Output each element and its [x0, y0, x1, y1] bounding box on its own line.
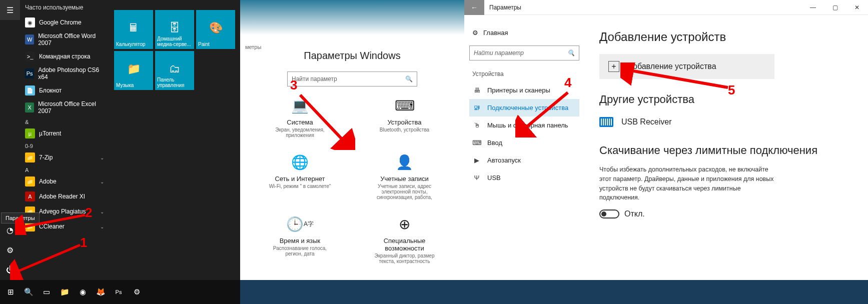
- taskbar-app-photoshop[interactable]: Ps: [110, 284, 127, 300]
- device-settings-main: Добавление устройств + Добавление устрой…: [589, 15, 868, 280]
- annotation-3: 3: [290, 78, 297, 93]
- search-placeholder: Найти параметр: [474, 50, 524, 56]
- sidebar-home[interactable]: ⚙Главная: [469, 25, 579, 40]
- taskbar-app-firefox[interactable]: 🦊: [92, 284, 109, 300]
- tile-music[interactable]: 📁Музыка: [114, 51, 153, 90]
- app-folder[interactable]: 📁7-Zip⌄: [20, 150, 109, 165]
- start-button[interactable]: ⊞: [2, 284, 19, 300]
- cat-title: Устройства: [372, 118, 437, 126]
- control-panel-icon: 🗂: [169, 62, 180, 76]
- annotation-2: 2: [85, 205, 92, 220]
- app-item[interactable]: >_Командная строка: [20, 49, 109, 64]
- settings-header-bg: [240, 0, 464, 35]
- plus-icon: +: [608, 61, 619, 72]
- calculator-icon: 🖩: [128, 22, 139, 34]
- start-tiles: 🖩Калькулятор 🗄Домашний медиа-серве... 🎨P…: [109, 0, 240, 280]
- app-item[interactable]: WMicrosoft Office Word 2007: [20, 30, 109, 49]
- tile-label: Калькулятор: [116, 42, 151, 47]
- app-folder[interactable]: 📁Adobe⌄: [20, 174, 109, 189]
- metered-description: Чтобы избежать дополнительных расходов, …: [599, 165, 779, 202]
- annotation-4: 4: [564, 75, 571, 90]
- letter-divider: &: [20, 117, 109, 126]
- annotation-arrow-5: [620, 62, 735, 92]
- heading-other-devices: Другие устройства: [599, 93, 848, 106]
- device-settings-sidebar: ⚙Главная Найти параметр🔍 Устройства 🖶При…: [464, 15, 589, 280]
- category-accounts[interactable]: 👤Учетные записиУчетные записи, адрес эле…: [372, 153, 437, 200]
- category-devices[interactable]: ⌨УстройстваBluetooth, устройства: [372, 96, 437, 138]
- search-icon[interactable]: 🔍: [20, 284, 37, 300]
- start-app-list: Часто используемые ◉Google Chrome WMicro…: [20, 0, 109, 280]
- task-view-icon[interactable]: ▭: [38, 284, 55, 300]
- hamburger-button[interactable]: ☰: [0, 0, 20, 20]
- settings-breadcrumb-fragment: метры: [245, 44, 261, 50]
- sidebar-search-input[interactable]: Найти параметр🔍: [469, 46, 579, 60]
- app-label: Командная строка: [39, 53, 90, 60]
- search-placeholder: Найти параметр: [292, 76, 337, 82]
- taskbar-app-settings[interactable]: ⚙: [128, 284, 145, 300]
- annotation-5: 5: [728, 82, 735, 98]
- device-list-item[interactable]: USB Receiver: [599, 114, 848, 130]
- app-item[interactable]: µµTorrent: [20, 126, 109, 141]
- autoplay-icon: ▶: [472, 156, 481, 164]
- chevron-down-icon: ⌄: [100, 155, 104, 160]
- cat-title: Сеть и Интернет: [268, 175, 333, 182]
- app-item[interactable]: AAdobe Reader XI: [20, 189, 109, 204]
- app-item[interactable]: 📄Блокнот: [20, 83, 109, 98]
- tile-media-server[interactable]: 🗄Домашний медиа-серве...: [155, 10, 194, 49]
- app-item[interactable]: PsAdobe Photoshop CS6 x64: [20, 64, 109, 83]
- annotation-arrow-1: [10, 240, 85, 280]
- tile-label: Домашний медиа-серве...: [157, 36, 192, 47]
- settings-home-title: Параметры Windows: [240, 50, 464, 62]
- sidebar-item-autoplay[interactable]: ▶Автозапуск: [469, 152, 579, 169]
- minimize-button[interactable]: —: [802, 0, 824, 15]
- accessibility-icon: ⊕: [372, 215, 437, 233]
- maximize-button[interactable]: ▢: [824, 0, 846, 15]
- server-icon: 🗄: [169, 22, 180, 34]
- taskbar-app-chrome[interactable]: ◉: [74, 284, 91, 300]
- svg-line-9: [628, 70, 728, 88]
- category-network[interactable]: 🌐Сеть и ИнтернетWi-Fi, режим " в самолет…: [268, 153, 333, 200]
- back-button[interactable]: ←: [464, 0, 484, 15]
- heading-metered: Скачивание через лимитные подключения: [599, 144, 848, 157]
- app-label: Блокнот: [39, 87, 62, 94]
- close-button[interactable]: ✕: [846, 0, 868, 15]
- chevron-down-icon: ⌄: [100, 209, 104, 214]
- start-left-rail: ☰ ◔ ⚙ ⏻: [0, 0, 20, 280]
- annotation-arrow-4: [515, 88, 575, 138]
- search-icon: 🔍: [567, 50, 575, 56]
- sidebar-item-usb[interactable]: ΨUSB: [469, 169, 579, 186]
- annotation-arrow-3: [295, 90, 355, 150]
- category-time-language[interactable]: 🕒A字Время и языкРаспознавание голоса, рег…: [268, 215, 333, 264]
- app-item[interactable]: ◉Google Chrome: [20, 15, 109, 30]
- connected-devices-icon: 🖳: [472, 104, 481, 112]
- window-titlebar: ← Параметры — ▢ ✕: [464, 0, 868, 15]
- mouse-icon: 🖱: [472, 122, 481, 129]
- cat-title: Учетные записи: [372, 175, 437, 182]
- category-ease-of-access[interactable]: ⊕Специальные возможностиЭкранный диктор,…: [372, 215, 437, 264]
- sidebar-label: Автозапуск: [487, 156, 521, 164]
- cat-title: Время и язык: [268, 237, 333, 244]
- gear-icon: ⚙: [472, 29, 478, 36]
- toggle-track: [599, 210, 619, 218]
- device-settings-panel: ← Параметры — ▢ ✕ ⚙Главная Найти парамет…: [464, 0, 868, 280]
- app-label: Google Chrome: [39, 19, 82, 26]
- tile-control-panel[interactable]: 🗂Панель управления: [155, 51, 194, 90]
- app-item[interactable]: XMicrosoft Office Excel 2007: [20, 98, 109, 117]
- svg-line-7: [523, 92, 568, 130]
- app-label: Adobe Reader XI: [39, 193, 85, 200]
- cat-sub: Экранный диктор, размер текста, контраст…: [372, 253, 437, 264]
- folder-icon: 📁: [127, 62, 141, 76]
- tile-paint[interactable]: 🎨Paint: [196, 10, 235, 49]
- toggle-label: Откл.: [624, 210, 645, 218]
- tile-calculator[interactable]: 🖩Калькулятор: [114, 10, 153, 49]
- start-menu-panel: ☰ ◔ ⚙ ⏻ Часто используемые ◉Google Chrom…: [0, 0, 240, 280]
- sidebar-header: Устройства: [469, 70, 579, 78]
- taskbar: ⊞ 🔍 ▭ 📁 ◉ 🦊 Ps ⚙: [0, 280, 240, 304]
- sidebar-label: USB: [487, 174, 501, 182]
- settings-search-input[interactable]: Найти параметр 🔍: [287, 72, 417, 86]
- taskbar-app-explorer[interactable]: 📁: [56, 284, 73, 300]
- metered-toggle[interactable]: Откл.: [599, 210, 848, 218]
- toggle-thumb: [601, 212, 606, 216]
- globe-icon: 🌐: [268, 153, 333, 171]
- annotation-1: 1: [80, 235, 87, 250]
